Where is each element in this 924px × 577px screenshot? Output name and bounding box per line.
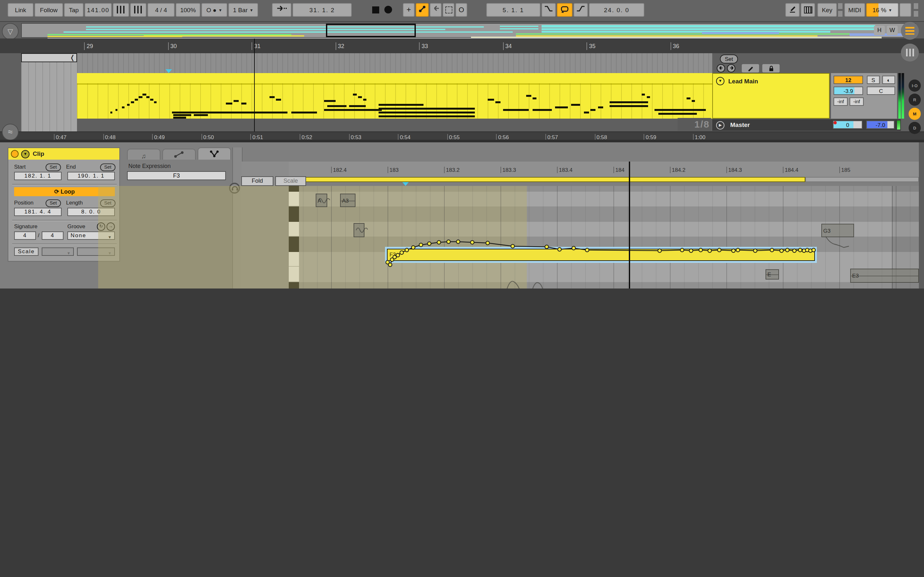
editor-insert-marker-icon[interactable]	[402, 182, 409, 186]
loop-length-field[interactable]: 24. 0. 0	[589, 3, 644, 17]
track-pan-field[interactable]: C	[867, 87, 895, 95]
capture-midi-icon[interactable]	[430, 3, 441, 17]
loop-switch-icon[interactable]	[557, 3, 572, 17]
clip-title-bar[interactable]	[77, 73, 712, 85]
track-header-master[interactable]: ▶ Master 0 -7.0	[712, 119, 901, 131]
editor-scrollbar[interactable]	[919, 142, 924, 288]
fold-button[interactable]: Fold	[241, 176, 273, 186]
arrangement-midi-clip[interactable]	[77, 73, 712, 119]
master-pan-field[interactable]: 0	[833, 121, 863, 129]
midi-overdub-icon[interactable]	[416, 3, 429, 17]
scale-button[interactable]: Scale	[14, 247, 39, 256]
link-button[interactable]: Link	[8, 3, 33, 17]
clip-color-icon[interactable]	[11, 150, 19, 158]
lock-envelopes-button[interactable]	[762, 64, 780, 73]
position-set-button[interactable]: Set	[45, 199, 61, 207]
groove-amount-field[interactable]: 100%	[176, 3, 200, 17]
metronome-variant-menu[interactable]: O ●▼	[202, 3, 227, 17]
prev-marker-button[interactable]	[717, 64, 725, 73]
loop-end-marker[interactable]: ❬	[21, 53, 77, 62]
editor-loop-band[interactable]	[289, 177, 805, 182]
follow-button[interactable]: Follow	[35, 3, 63, 17]
start-set-button[interactable]: Set	[45, 163, 61, 171]
pencil-mode-button[interactable]	[742, 64, 759, 73]
draw-pencil-icon[interactable]	[785, 3, 800, 17]
arm-session-icon[interactable]: ◐	[882, 76, 895, 84]
editor-beat-ruler[interactable]: 182.4183183.2183.3183.4184184.2184.3184.…	[289, 161, 919, 182]
quantize-menu[interactable]: 1 Bar▼	[228, 3, 258, 17]
signature-denominator-field[interactable]: 4	[42, 231, 63, 240]
midi-map-button[interactable]: MIDI	[845, 3, 865, 17]
clip-start-field[interactable]: 182. 1. 1	[14, 172, 61, 180]
clip-end-field[interactable]: 190. 1. 1	[67, 172, 115, 180]
draw-mode-icon[interactable]	[443, 3, 454, 17]
clip-panel-header[interactable]: ▼ Clip	[8, 148, 120, 160]
track-volume-field[interactable]: -3.9	[834, 87, 863, 95]
follow-playhead-icon[interactable]	[272, 3, 291, 17]
arrangement-beat-ruler[interactable]: 2930313233343536	[0, 39, 924, 53]
midi-note-mini	[495, 101, 501, 103]
tab-notes[interactable]: ♫	[127, 149, 160, 160]
signature-numerator-field[interactable]: 4	[14, 231, 36, 240]
send-a-field[interactable]: -inf	[834, 97, 848, 106]
hamburger-menu-icon[interactable]	[901, 22, 919, 40]
master-fold-icon[interactable]: ▶	[716, 121, 724, 129]
arrangement-locator-icon[interactable]	[166, 69, 172, 73]
arrangement-editor-divider[interactable]	[0, 140, 924, 142]
arrangement-playhead	[254, 39, 255, 131]
punch-out-icon[interactable]	[573, 3, 588, 17]
clip-indicator-icon[interactable]	[834, 121, 837, 124]
delay-section-toggle[interactable]: D	[909, 122, 921, 134]
clip-fold-icon[interactable]: ▼	[21, 150, 29, 158]
punch-in-icon[interactable]	[541, 3, 556, 17]
track-fold-icon[interactable]: ▼	[716, 77, 724, 85]
tab-envelopes[interactable]	[162, 149, 196, 160]
tab-note-expression[interactable]	[198, 147, 231, 160]
metronome-icon[interactable]	[130, 3, 146, 17]
scale-root-menu-disabled[interactable]: ▼	[42, 247, 74, 256]
pitch-expression-curve[interactable]	[299, 186, 919, 288]
track-header-lead-main[interactable]: ▼ Lead Main	[712, 73, 830, 119]
arrangement-position-field[interactable]: 31. 1. 2	[292, 3, 352, 17]
midi-note-mini	[584, 111, 589, 113]
send-b-field[interactable]: -inf	[850, 97, 864, 106]
overview-viewport[interactable]	[326, 24, 416, 37]
midi-note-mini	[139, 96, 142, 98]
selected-note-pitch-field[interactable]: F3	[127, 171, 226, 180]
tempo-field[interactable]: 141.00	[85, 3, 111, 17]
midi-note-mini	[488, 99, 494, 101]
automation-reenable-icon[interactable]: O	[456, 3, 467, 17]
computer-midi-keyboard-icon[interactable]	[801, 3, 815, 17]
track-number-arm[interactable]: 12	[834, 76, 863, 84]
fit-height-button[interactable]: H	[874, 26, 885, 35]
play-button[interactable]	[354, 3, 368, 17]
midi-note-mini	[146, 96, 150, 98]
solo-button[interactable]: S	[867, 76, 880, 84]
key-map-button[interactable]: Key	[817, 3, 837, 17]
tap-tempo-button[interactable]: Tap	[64, 3, 83, 17]
time-signature-field[interactable]: 4 / 4	[148, 3, 174, 17]
master-volume-field[interactable]: -7.0	[866, 121, 895, 129]
mixer-sections-icon[interactable]	[901, 44, 919, 61]
crossfade-curves-icon[interactable]: ≈	[2, 124, 19, 140]
key-split-indicator	[838, 3, 843, 17]
end-set-button[interactable]: Set	[100, 163, 115, 171]
clip-notes-preview	[77, 83, 712, 119]
loop-position-field[interactable]: 181. 4. 4	[14, 208, 61, 216]
overview-collapse-icon[interactable]: ▽	[2, 23, 19, 40]
mixer-section-toggle[interactable]: M	[909, 108, 921, 120]
metronome-count-in-icon[interactable]	[113, 3, 129, 17]
next-marker-button[interactable]	[727, 64, 735, 73]
track-name: Lead Main	[728, 77, 758, 85]
arrangement-overview[interactable]	[21, 23, 916, 38]
io-section-toggle[interactable]: I·O	[909, 79, 921, 92]
punch-in-field[interactable]: 5. 1. 1	[486, 3, 540, 17]
arrangement-record-button[interactable]	[383, 3, 394, 17]
stop-button[interactable]	[370, 3, 381, 17]
cpu-meter[interactable]: 16 %▼	[866, 3, 898, 17]
scale-highlight-button[interactable]: Scale	[275, 176, 306, 186]
new-midi-track-icon[interactable]: +	[403, 3, 415, 17]
fit-width-button[interactable]: W	[887, 26, 898, 35]
loop-set-button[interactable]: Set	[720, 55, 738, 63]
returns-section-toggle[interactable]: R	[909, 93, 921, 106]
